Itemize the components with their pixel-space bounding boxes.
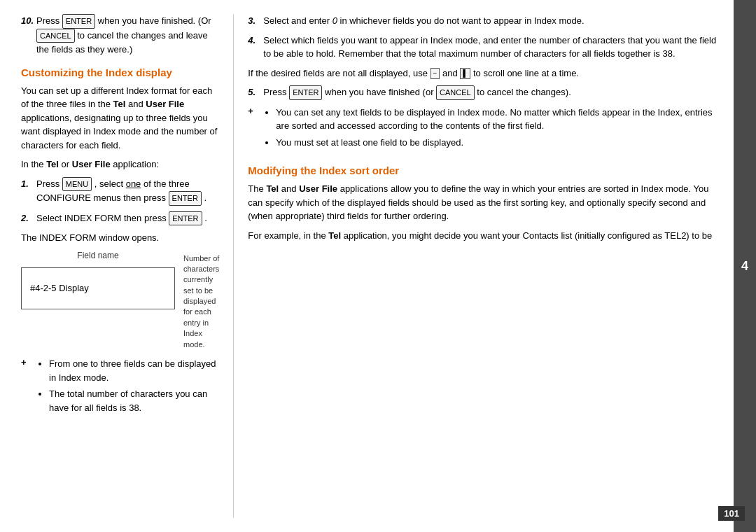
cancel-key-5: CANCEL [436, 85, 475, 100]
scroll-icons: − [430, 68, 440, 79]
step-4-num: 4. [248, 34, 263, 61]
step-5: 5. Press ENTER when you have finished (o… [248, 85, 718, 100]
step-5-num: 5. [248, 85, 263, 100]
step-5-content: Press ENTER when you have finished (or C… [263, 85, 718, 100]
right-column: 3. Select and enter 0 in whichever field… [234, 14, 728, 518]
plus-content-right: You can set any text fields to be displa… [262, 106, 718, 155]
plus-bullet-section: + From one to three fields can be displa… [21, 357, 219, 420]
step-1-content: Press MENU , select one of the three CON… [36, 177, 219, 206]
bullet-1: From one to three fields can be displaye… [49, 357, 219, 384]
page-number: 101 [718, 506, 745, 521]
plus-symbol: + [21, 357, 31, 420]
index-form-left: Field name #4-2-5 Display [21, 251, 175, 315]
plus-symbol-right: + [248, 106, 258, 155]
plus-content: From one to three fields can be displaye… [35, 357, 219, 420]
scroll-icon-right: ▌ [460, 68, 470, 79]
scroll-icons-right: ▌ [460, 68, 470, 79]
bullet-list: From one to three fields can be displaye… [49, 357, 219, 414]
side-note: Number of characters currently set to be… [183, 253, 219, 351]
enter-key-10: ENTER [62, 14, 95, 29]
bullet-2: The total number of characters you can h… [49, 387, 219, 414]
left-column: 10. Press ENTER when you have finished. … [14, 14, 234, 518]
scroll-icon-left: − [430, 68, 440, 79]
opens-text: The INDEX FORM window opens. [21, 231, 219, 245]
step-10-content: Press ENTER when you have finished. (Or … [36, 14, 219, 57]
step-10: 10. Press ENTER when you have finished. … [21, 14, 219, 57]
right-bullet-1: You can set any text fields to be displa… [276, 106, 718, 133]
content-area: 10. Press ENTER when you have finished. … [0, 0, 756, 532]
section1-title: Customizing the Index display [21, 66, 219, 78]
index-form-display: #4-2-5 Display [30, 283, 89, 293]
step-3-num: 3. [248, 14, 263, 28]
in-tel-label: In the Tel or User File application: [21, 158, 219, 172]
section1-intro: You can set up a different Index format … [21, 84, 219, 153]
step-2: 2. Select INDEX FORM then press ENTER . [21, 211, 219, 226]
index-form-wrapper: Field name #4-2-5 Display Number of char… [21, 251, 219, 351]
tab-number: 4 [741, 259, 748, 274]
step-10-num: 10. [21, 14, 36, 57]
step-4: 4. Select which fields you want to appea… [248, 34, 718, 61]
enter-key-2: ENTER [169, 211, 202, 226]
plus-bullet-right: + You can set any text fields to be disp… [248, 106, 718, 155]
section2-para1: The Tel and User File applications allow… [248, 182, 718, 223]
step-2-content: Select INDEX FORM then press ENTER . [36, 211, 219, 226]
right-tab-area: 3. Select and enter 0 in whichever field… [234, 14, 756, 518]
right-bullet-2: You must set at least one field to be di… [276, 136, 718, 150]
section2-para2: For example, in the Tel application, you… [248, 229, 718, 243]
enter-key-1: ENTER [169, 191, 202, 206]
step-2-num: 2. [21, 211, 36, 226]
step-1-num: 1. [21, 177, 36, 206]
page-container: 10. Press ENTER when you have finished. … [0, 0, 756, 532]
tab-bar: 4 [734, 0, 756, 532]
step-3: 3. Select and enter 0 in whichever field… [248, 14, 718, 28]
bullet-list-right: You can set any text fields to be displa… [276, 106, 718, 150]
step-3-content: Select and enter 0 in whichever fields y… [263, 14, 718, 28]
step-4-content: Select which fields you want to appear i… [263, 34, 718, 61]
menu-key: MENU [62, 177, 92, 192]
field-name-label: Field name [77, 251, 118, 260]
index-form-box: #4-2-5 Display [21, 267, 175, 309]
section2-title: Modifying the Index sort order [248, 164, 718, 176]
step-1: 1. Press MENU , select one of the three … [21, 177, 219, 206]
cancel-key-10: CANCEL [36, 29, 75, 43]
enter-key-5: ENTER [289, 85, 322, 100]
scroll-line: If the desired fields are not all displa… [248, 66, 718, 80]
